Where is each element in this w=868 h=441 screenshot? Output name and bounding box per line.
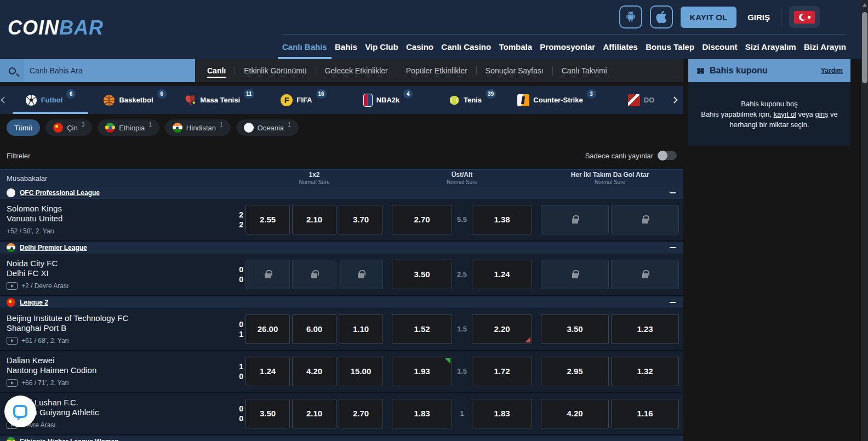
league-header-delhi[interactable]: Delhi Premier League — [0, 242, 683, 254]
sport-tab-masa-tenisi[interactable]: Masa Tenisi 11 — [177, 86, 261, 114]
odds-button-under[interactable]: 1.83 — [472, 399, 532, 428]
signup-button[interactable]: KAYIT OL — [681, 7, 737, 28]
sport-tab-fifa[interactable]: FIFA 16 — [261, 86, 346, 114]
collapse-icon[interactable] — [670, 192, 676, 193]
betslip-register-link[interactable]: kayıt ol — [774, 110, 796, 118]
country-pill-cin[interactable]: Çin3 — [45, 119, 92, 136]
login-button[interactable]: GIRIŞ — [747, 13, 770, 22]
odds-button-btts-no[interactable]: 1.23 — [611, 314, 679, 344]
language-selector[interactable] — [789, 6, 820, 28]
tab-canli[interactable]: Canlı — [198, 66, 235, 75]
nav-casino[interactable]: Casino — [406, 42, 433, 51]
odds-button-1[interactable]: 1.24 — [245, 357, 290, 386]
ios-app-button[interactable] — [650, 5, 673, 28]
coinbar-logo[interactable]: COINBAR — [8, 16, 104, 39]
nav-affiliates[interactable]: Affiliates — [603, 42, 638, 51]
league-header-ethiopia-women[interactable]: Ethiopia Higher League Women — [0, 436, 683, 441]
handicap-line: 5.5 — [452, 215, 472, 224]
sport-tab-tenis[interactable]: Tenis 39 — [430, 86, 515, 114]
odds-button-x[interactable]: 2.10 — [292, 205, 336, 234]
filters-label[interactable]: Filtreler — [7, 152, 30, 160]
android-app-button[interactable] — [619, 5, 642, 28]
odds-button-over[interactable]: 1.52 — [392, 314, 452, 344]
league-name-link[interactable]: Delhi Premier League — [20, 244, 87, 251]
tab-canli-takvimi[interactable]: Canlı Takvimi — [552, 66, 616, 75]
match-info[interactable]: Dalian Kewei Nantong Haimen Codion +66 /… — [0, 356, 231, 387]
match-info[interactable]: Beijing Institute of Technology FC Shang… — [0, 313, 231, 345]
scroll-up-arrow-icon[interactable] — [863, 3, 867, 7]
search-input[interactable] — [24, 66, 195, 75]
odds-button-btts-no[interactable]: 1.32 — [611, 357, 679, 386]
league-name-link[interactable]: Ethiopia Higher League Women — [20, 438, 118, 441]
live-only-toggle[interactable] — [658, 151, 677, 160]
nav-bonus-talep[interactable]: Bonus Talep — [646, 42, 694, 51]
sport-tab-counter-strike[interactable]: Counter-Strike 3 — [515, 86, 599, 114]
tab-gelecek-etkinlikler[interactable]: Gelecek Etkinlikler — [316, 66, 397, 75]
handicap-line: 1.5 — [452, 367, 472, 375]
sports-scroll-left-button[interactable] — [0, 98, 8, 102]
league-header-league2[interactable]: League 2 — [0, 296, 683, 309]
tab-sonuclar-sayfasi[interactable]: Sonuçlar Sayfası — [476, 66, 552, 75]
match-info[interactable]: Noida City FC Delhi FC XI +2 / Devre Ara… — [0, 259, 231, 290]
odds-button-over[interactable]: 2.70 — [392, 205, 452, 234]
odds-button-under[interactable]: 1.38 — [472, 205, 532, 234]
odds-button-over[interactable]: 1.83 — [392, 399, 452, 428]
odds-button-1[interactable]: 2.55 — [245, 205, 290, 234]
sport-label: DO — [644, 96, 655, 104]
india-flag-icon — [173, 123, 182, 133]
league-name-link[interactable]: OFC Professional League — [20, 189, 100, 197]
odds-button-2[interactable]: 3.70 — [339, 205, 383, 234]
odds-button-2[interactable]: 2.70 — [339, 399, 383, 428]
odds-button-1[interactable]: 3.50 — [245, 399, 290, 428]
odds-button-btts-yes[interactable]: 4.20 — [541, 399, 609, 428]
sport-tab-basketbol[interactable]: Basketbol 6 — [93, 86, 177, 114]
odds-button-2[interactable]: 1.10 — [339, 314, 383, 344]
league-header-ofc[interactable]: OFC Professional League — [0, 187, 683, 199]
nav-vip-club[interactable]: Vip Club — [365, 42, 398, 51]
collapse-icon[interactable] — [670, 302, 676, 303]
nav-canli-bahis[interactable]: Canlı Bahis — [282, 42, 327, 51]
odds-button-over[interactable]: 3.50 — [392, 260, 452, 289]
odds-button-btts-no[interactable]: 1.16 — [611, 399, 679, 428]
nav-bizi-arayin[interactable]: Bizi Arayın — [804, 42, 846, 51]
odds-button-1[interactable]: 26.00 — [245, 314, 290, 344]
odds-button-x[interactable]: 4.20 — [292, 357, 336, 386]
nav-promosyonlar[interactable]: Promosyonlar — [540, 42, 595, 51]
collapse-icon[interactable] — [670, 247, 676, 248]
sports-scroll-right-button[interactable] — [665, 86, 683, 114]
country-pill-tumu[interactable]: Tümü — [7, 119, 40, 136]
betslip-help-link[interactable]: Yardım — [821, 67, 843, 75]
betslip-login-link[interactable]: giriş — [815, 110, 828, 118]
odds-button-over[interactable]: 1.93 — [392, 357, 452, 386]
live-chat-button[interactable] — [4, 396, 36, 427]
country-pill-hindistan[interactable]: Hindistan1 — [165, 119, 231, 136]
tab-etkinlik-gorunumu[interactable]: Etkinlik Görünümü — [235, 66, 315, 75]
nav-canli-casino[interactable]: Canlı Casino — [441, 42, 491, 51]
odds-value: 1.38 — [494, 215, 510, 224]
odds-button-under[interactable]: 1.24 — [472, 260, 532, 289]
country-pill-ethiopia[interactable]: Ethiopia1 — [98, 119, 159, 136]
odds-value: 3.50 — [567, 324, 583, 334]
lock-icon — [358, 273, 364, 278]
match-info[interactable]: Solomon Kings Vanuatu United +52 / 58', … — [0, 204, 231, 235]
odds-button-btts-yes[interactable]: 2.95 — [541, 357, 609, 386]
nav-bahis[interactable]: Bahis — [335, 42, 357, 51]
page-scrollbar[interactable] — [861, 0, 868, 441]
odds-button-under[interactable]: 2.20 — [472, 314, 532, 344]
league-name-link[interactable]: League 2 — [20, 299, 48, 306]
search-icon[interactable] — [0, 59, 24, 82]
nav-tombala[interactable]: Tombala — [499, 42, 532, 51]
odds-button-under[interactable]: 1.72 — [472, 357, 532, 386]
country-pill-oceania[interactable]: Oceania1 — [236, 119, 299, 136]
scrollbar-thumb[interactable] — [862, 12, 867, 83]
odds-button-btts-yes[interactable]: 3.50 — [541, 314, 609, 344]
odds-button-2[interactable]: 15.00 — [339, 357, 383, 386]
odds-button-x[interactable]: 6.00 — [292, 314, 336, 344]
sport-tab-nba2k[interactable]: NBA2k 4 — [346, 86, 430, 114]
soccer-ball-icon — [25, 94, 37, 106]
sport-tab-futbol[interactable]: Futbol 6 — [8, 86, 93, 114]
nav-discount[interactable]: Discount — [702, 42, 737, 51]
tab-populer-etkinlikler[interactable]: Popüler Etkinlikler — [397, 66, 476, 75]
odds-button-x[interactable]: 2.10 — [292, 399, 336, 428]
nav-sizi-arayalim[interactable]: Sizi Arayalım — [745, 42, 796, 51]
